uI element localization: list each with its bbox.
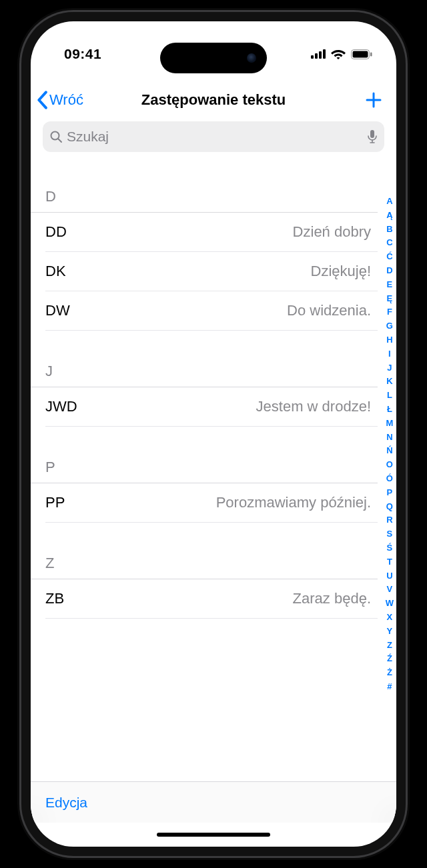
cellular-icon [311,49,326,59]
back-button[interactable]: Wróć [36,91,83,109]
section-header-d: D [31,183,378,213]
index-letter[interactable]: E [387,278,393,292]
index-letter[interactable]: K [386,375,392,389]
index-letter[interactable]: A [386,195,392,209]
svg-rect-5 [353,51,368,57]
list-item[interactable]: DD Dzień dobry [45,213,378,252]
search-placeholder: Szukaj [67,129,109,145]
index-letter[interactable]: Z [387,639,392,653]
shortcut-text: DD [45,223,67,241]
svg-rect-0 [311,55,314,59]
list-item[interactable]: PP Porozmawiamy później. [45,483,378,523]
index-letter[interactable]: I [388,347,391,361]
list-item[interactable]: DW Do widzenia. [45,291,378,331]
wifi-icon [331,49,346,59]
index-letter[interactable]: J [387,361,392,375]
index-letter[interactable]: W [386,597,394,611]
index-letter[interactable]: N [386,431,392,445]
index-letter[interactable]: P [387,486,393,500]
index-letter[interactable]: Ś [387,541,393,555]
search-input[interactable]: Szukaj [43,121,384,152]
dynamic-island [160,43,267,73]
index-letter[interactable]: T [387,555,392,569]
svg-point-7 [51,132,59,140]
index-letter[interactable]: B [386,223,392,237]
index-letter[interactable]: Ę [387,292,393,306]
phrase-text: Porozmawiamy później. [216,494,371,511]
shortcut-text: DW [45,302,70,319]
status-icons [311,49,372,59]
svg-rect-3 [323,49,326,59]
index-letter[interactable]: L [387,389,392,403]
index-letter[interactable]: R [386,513,392,527]
phrase-text: Dziękuję! [311,263,371,280]
index-letter[interactable]: S [387,527,393,541]
plus-icon [365,91,382,109]
mic-icon[interactable] [367,129,378,144]
shortcut-text: DK [45,263,66,280]
search-icon [49,130,63,143]
section-header-p: P [31,453,378,483]
phone-screen: 09:41 Wróć Zastępowanie tekstu Szukaj [31,21,396,847]
section-header-z: Z [31,549,378,579]
shortcut-text: PP [45,494,65,511]
index-letter[interactable]: Ą [386,209,392,223]
nav-title: Zastępowanie tekstu [141,91,286,109]
phrase-text: Do widzenia. [287,302,371,319]
svg-rect-8 [370,130,374,138]
home-indicator-area [31,823,396,847]
index-letter[interactable]: G [386,319,393,333]
index-letter[interactable]: M [386,417,393,431]
index-letter[interactable]: D [386,264,392,278]
side-button-power [406,208,410,287]
index-letter[interactable]: Ń [386,444,392,458]
content-area: D DD Dzień dobry DK Dziękuję! DW Do widz… [31,152,396,781]
list-item[interactable]: ZB Zaraz będę. [45,579,378,619]
phrase-text: Jestem w drodze! [256,398,371,415]
home-indicator[interactable] [157,833,270,837]
shortcut-text: ZB [45,590,64,607]
svg-rect-1 [315,53,318,59]
index-letter[interactable]: O [386,458,393,472]
section-header-j: J [31,357,378,387]
battery-icon [351,49,372,59]
svg-rect-6 [370,52,372,56]
phrase-text: Dzień dobry [293,223,371,241]
index-letter[interactable]: H [386,333,392,347]
index-letter[interactable]: V [387,583,393,597]
add-button[interactable] [362,88,386,112]
index-letter[interactable]: Ó [386,472,393,486]
shortcut-text: JWD [45,398,77,415]
index-letter[interactable]: Ź [387,652,392,666]
back-label: Wróć [49,91,83,109]
phone-frame: 09:41 Wróć Zastępowanie tekstu Szukaj [21,12,406,856]
index-letter[interactable]: U [386,569,392,583]
status-time: 09:41 [64,46,101,62]
edit-button[interactable]: Edycja [45,795,87,811]
list-item[interactable]: JWD Jestem w drodze! [45,387,378,427]
index-letter[interactable]: C [386,236,392,250]
nav-bar: Wróć Zastępowanie tekstu [31,81,396,119]
svg-rect-2 [319,51,322,59]
replacement-list[interactable]: D DD Dzień dobry DK Dziękuję! DW Do widz… [31,152,396,619]
index-letter[interactable]: Ł [387,403,392,417]
index-letter[interactable]: Ż [387,666,392,680]
bottom-toolbar: Edycja [31,781,396,823]
phrase-text: Zaraz będę. [293,590,371,607]
index-letter[interactable]: F [387,305,392,319]
section-index[interactable]: AĄBCĆDEĘFGHIJKLŁMNŃOÓPQRSŚTUVWXYZŹŻ# [386,195,394,694]
index-letter[interactable]: Q [386,500,393,514]
index-letter[interactable]: # [387,680,392,694]
index-letter[interactable]: Y [387,625,393,639]
list-item[interactable]: DK Dziękuję! [45,252,378,291]
index-letter[interactable]: Ć [386,250,392,264]
chevron-left-icon [36,91,48,109]
index-letter[interactable]: X [387,611,393,625]
